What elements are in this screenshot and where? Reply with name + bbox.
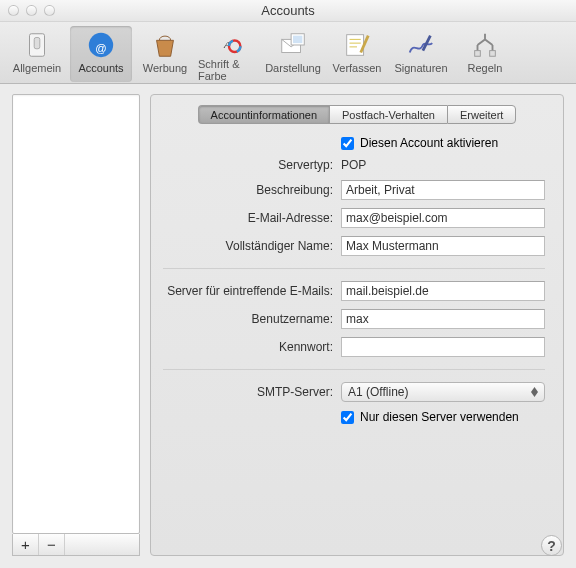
email-label: E-Mail-Adresse: (163, 211, 333, 225)
tab-signatures[interactable]: Signaturen (390, 26, 452, 82)
incoming-server-label: Server für eintreffende E-Mails: (163, 284, 333, 298)
tab-general[interactable]: Allgemein (6, 26, 68, 82)
tab-label: Allgemein (13, 62, 61, 74)
main: + − Accountinformationen Postfach-Verhal… (0, 84, 576, 568)
add-account-button[interactable]: + (13, 534, 39, 555)
servertype-label: Servertyp: (163, 158, 333, 172)
tab-label: Accounts (78, 62, 123, 74)
rules-icon (470, 30, 500, 60)
help-button[interactable]: ? (541, 535, 562, 556)
tab-label: Darstellung (265, 62, 321, 74)
svg-text:@: @ (95, 42, 106, 54)
tab-fonts[interactable]: A Schrift & Farbe (198, 26, 260, 82)
account-detail-panel: Accountinformationen Postfach-Verhalten … (150, 94, 564, 556)
smtp-label: SMTP-Server: (163, 385, 333, 399)
chevron-up-down-icon (531, 387, 538, 397)
account-sidebar: + − (12, 94, 140, 556)
svg-rect-11 (475, 51, 481, 57)
font-color-icon: A (214, 30, 244, 56)
smtp-server-value: A1 (Offline) (348, 385, 408, 399)
tab-label: Verfassen (333, 62, 382, 74)
incoming-server-field[interactable] (341, 281, 545, 301)
username-field[interactable] (341, 309, 545, 329)
only-this-server-checkbox[interactable] (341, 411, 354, 424)
email-field[interactable] (341, 208, 545, 228)
servertype-value: POP (341, 158, 545, 172)
at-sign-icon: @ (86, 30, 116, 60)
tab-mailbox-behavior[interactable]: Postfach-Verhalten (329, 105, 447, 124)
username-label: Benutzername: (163, 312, 333, 326)
tab-viewing[interactable]: Darstellung (262, 26, 324, 82)
password-label: Kennwort: (163, 340, 333, 354)
section-tabs: Accountinformationen Postfach-Verhalten … (198, 105, 517, 124)
account-list-footer: + − (12, 534, 140, 556)
tab-label: Signaturen (394, 62, 447, 74)
switch-icon (22, 30, 52, 60)
account-form: Diesen Account aktivieren Servertyp: POP… (163, 136, 551, 424)
smtp-server-select[interactable]: A1 (Offline) (341, 382, 545, 402)
preferences-toolbar: Allgemein @ Accounts Werbung A Schrift &… (0, 22, 576, 84)
tab-label: Werbung (143, 62, 187, 74)
fullname-field[interactable] (341, 236, 545, 256)
separator (163, 369, 545, 370)
description-label: Beschreibung: (163, 183, 333, 197)
activate-account-checkbox[interactable] (341, 137, 354, 150)
only-this-server-label: Nur diesen Server verwenden (360, 410, 519, 424)
titlebar: Accounts (0, 0, 576, 22)
bag-icon (150, 30, 180, 60)
tab-label: Regeln (468, 62, 503, 74)
svg-rect-9 (293, 36, 302, 44)
tab-composing[interactable]: Verfassen (326, 26, 388, 82)
remove-account-button[interactable]: − (39, 534, 65, 555)
tab-rules[interactable]: Regeln (454, 26, 516, 82)
separator (163, 268, 545, 269)
svg-rect-12 (490, 51, 496, 57)
fullname-label: Vollständiger Name: (163, 239, 333, 253)
tab-account-info[interactable]: Accountinformationen (198, 105, 329, 124)
activate-account-label: Diesen Account aktivieren (360, 136, 498, 150)
description-field[interactable] (341, 180, 545, 200)
tab-advanced[interactable]: Erweitert (447, 105, 516, 124)
svg-rect-1 (34, 38, 40, 49)
account-list[interactable] (12, 94, 140, 534)
tab-label: Schrift & Farbe (198, 58, 260, 82)
signature-icon (406, 30, 436, 60)
compose-icon (342, 30, 372, 60)
tab-accounts[interactable]: @ Accounts (70, 26, 132, 82)
tab-junk[interactable]: Werbung (134, 26, 196, 82)
window-title: Accounts (0, 3, 576, 18)
envelope-photo-icon (278, 30, 308, 60)
password-field[interactable] (341, 337, 545, 357)
